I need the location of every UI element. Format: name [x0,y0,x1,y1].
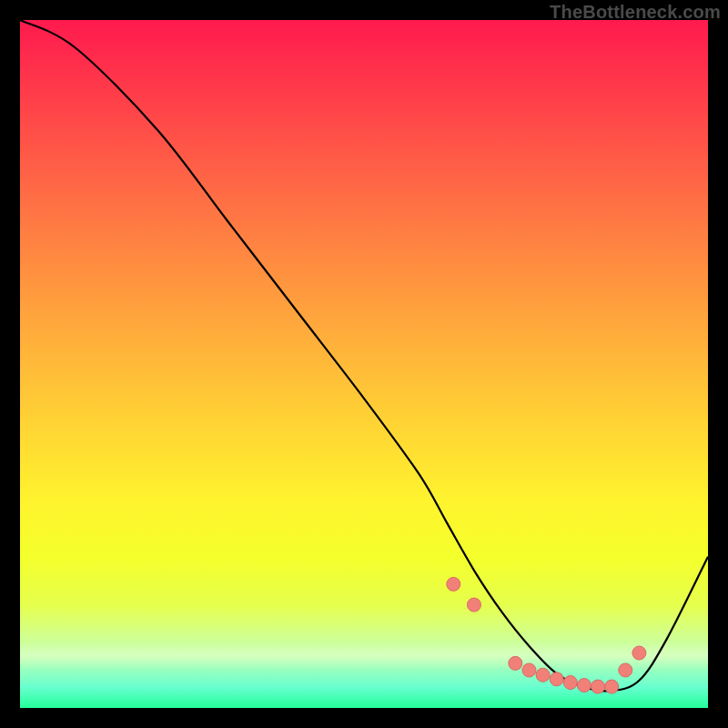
minimum-dot [577,679,591,693]
minimum-dot [447,577,460,591]
minimum-dot [467,598,480,612]
minimum-dot [619,663,632,677]
minimum-dot [592,680,605,693]
watermark-text: TheBottleneck.com [550,2,721,23]
minimum-dots [447,577,646,693]
chart-frame: TheBottleneck.com [0,0,728,728]
curve-svg [20,20,708,708]
minimum-dot [536,668,550,682]
minimum-dot [632,646,646,660]
bottleneck-curve [20,20,708,691]
minimum-dot [605,680,619,693]
minimum-dot [550,672,563,686]
plot-area [20,20,708,708]
minimum-dot [522,663,536,677]
minimum-dot [563,676,577,690]
minimum-dot [509,656,522,670]
